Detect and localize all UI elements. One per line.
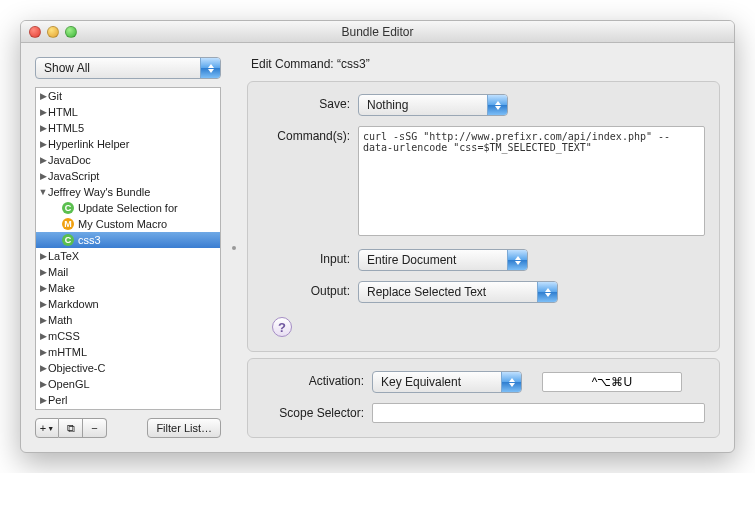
chevron-down-icon: ▼: [47, 425, 54, 432]
window-controls: [21, 26, 77, 38]
disclosure-closed-icon[interactable]: [38, 395, 48, 405]
macro-icon: M: [62, 218, 74, 230]
bundle-editor-window: Bundle Editor Show All GitHTMLHTML5Hyper…: [20, 20, 735, 453]
tree-folder[interactable]: Mail: [36, 264, 220, 280]
editor-heading: Edit Command: “css3”: [247, 57, 720, 71]
content-area: Show All GitHTMLHTML5Hyperlink HelperJav…: [21, 43, 734, 452]
tree-leaf[interactable]: MMy Custom Macro: [36, 216, 220, 232]
tree-item-label: JavaDoc: [48, 154, 91, 166]
tree-action-buttons: +▼ ⧉ −: [35, 418, 107, 438]
input-select[interactable]: Entire Document: [358, 249, 528, 271]
activation-panel: Activation: Key Equivalent Scope Selecto…: [247, 358, 720, 438]
tree-folder[interactable]: mHTML: [36, 344, 220, 360]
remove-button[interactable]: −: [83, 418, 107, 438]
tree-folder[interactable]: Make: [36, 280, 220, 296]
disclosure-closed-icon[interactable]: [38, 347, 48, 357]
titlebar[interactable]: Bundle Editor: [21, 21, 734, 43]
activation-type-select[interactable]: Key Equivalent: [372, 371, 522, 393]
tree-folder[interactable]: mCSS: [36, 328, 220, 344]
commands-label: Command(s):: [262, 126, 358, 143]
tree-folder[interactable]: JavaScript: [36, 168, 220, 184]
disclosure-closed-icon[interactable]: [38, 107, 48, 117]
tree-folder[interactable]: HTML: [36, 104, 220, 120]
tree-leaf[interactable]: Ccss3: [36, 232, 220, 248]
disclosure-closed-icon[interactable]: [38, 363, 48, 373]
tree-leaf[interactable]: CUpdate Selection for: [36, 200, 220, 216]
disclosure-closed-icon[interactable]: [38, 379, 48, 389]
tree-item-label: OpenGL: [48, 378, 90, 390]
disclosure-closed-icon[interactable]: [38, 171, 48, 181]
tree-item-label: HTML: [48, 106, 78, 118]
tree-folder[interactable]: Perl: [36, 392, 220, 408]
disclosure-open-icon[interactable]: [38, 187, 48, 197]
disclosure-closed-icon[interactable]: [38, 155, 48, 165]
key-equivalent-field[interactable]: [542, 372, 682, 392]
tree-item-label: mCSS: [48, 330, 80, 342]
filter-select-value: Show All: [44, 61, 90, 75]
command-settings-panel: Save: Nothing Command(s): Inpu: [247, 81, 720, 352]
filter-select[interactable]: Show All: [35, 57, 221, 79]
drag-handle-icon: [232, 246, 236, 250]
tree-folder[interactable]: Git: [36, 88, 220, 104]
help-button[interactable]: ?: [272, 317, 292, 337]
disclosure-closed-icon[interactable]: [38, 267, 48, 277]
chevron-updown-icon: [200, 58, 220, 78]
tree-folder[interactable]: Markdown: [36, 296, 220, 312]
disclosure-closed-icon[interactable]: [38, 139, 48, 149]
tree-folder[interactable]: Objective-C: [36, 360, 220, 376]
disclosure-closed-icon[interactable]: [38, 299, 48, 309]
save-select[interactable]: Nothing: [358, 94, 508, 116]
tree-folder[interactable]: Hyperlink Helper: [36, 136, 220, 152]
minimize-icon[interactable]: [47, 26, 59, 38]
save-label: Save:: [262, 94, 358, 111]
tree-folder[interactable]: Jeffrey Way's Bundle: [36, 184, 220, 200]
command-icon: C: [62, 234, 74, 246]
tree-item-label: Hyperlink Helper: [48, 138, 129, 150]
tree-item-label: css3: [78, 234, 101, 246]
disclosure-closed-icon[interactable]: [38, 123, 48, 133]
disclosure-closed-icon[interactable]: [38, 283, 48, 293]
tree-item-label: Jeffrey Way's Bundle: [48, 186, 150, 198]
tree-item-label: LaTeX: [48, 250, 79, 262]
tree-folder[interactable]: OpenGL: [36, 376, 220, 392]
duplicate-button[interactable]: ⧉: [59, 418, 83, 438]
tree-folder[interactable]: Math: [36, 312, 220, 328]
scope-label: Scope Selector:: [262, 403, 372, 420]
tree-item-label: mHTML: [48, 346, 87, 358]
chevron-updown-icon: [507, 250, 527, 270]
sidebar-footer: +▼ ⧉ − Filter List…: [35, 418, 221, 438]
command-icon: C: [62, 202, 74, 214]
tree-item-label: Math: [48, 314, 72, 326]
chevron-updown-icon: [501, 372, 521, 392]
activation-label: Activation:: [262, 371, 372, 388]
commands-textarea[interactable]: [358, 126, 705, 236]
tree-folder[interactable]: HTML5: [36, 120, 220, 136]
disclosure-closed-icon[interactable]: [38, 91, 48, 101]
filter-list-button[interactable]: Filter List…: [147, 418, 221, 438]
scope-selector-field[interactable]: [372, 403, 705, 423]
close-icon[interactable]: [29, 26, 41, 38]
tree-item-label: Git: [48, 90, 62, 102]
tree-item-label: HTML5: [48, 122, 84, 134]
bundle-tree[interactable]: GitHTMLHTML5Hyperlink HelperJavaDocJavaS…: [35, 87, 221, 410]
tree-item-label: Mail: [48, 266, 68, 278]
tree-item-label: Markdown: [48, 298, 99, 310]
chevron-updown-icon: [487, 95, 507, 115]
tree-folder[interactable]: JavaDoc: [36, 152, 220, 168]
tree-item-label: Update Selection for: [78, 202, 178, 214]
zoom-icon[interactable]: [65, 26, 77, 38]
pane-divider[interactable]: [231, 57, 237, 438]
editor-panel: Edit Command: “css3” Save: Nothing Comma…: [247, 57, 720, 438]
disclosure-closed-icon[interactable]: [38, 331, 48, 341]
add-button[interactable]: +▼: [35, 418, 59, 438]
window-title: Bundle Editor: [21, 25, 734, 39]
input-label: Input:: [262, 249, 358, 266]
output-label: Output:: [262, 281, 358, 298]
disclosure-closed-icon[interactable]: [38, 251, 48, 261]
tree-item-label: Make: [48, 282, 75, 294]
tree-item-label: My Custom Macro: [78, 218, 167, 230]
chevron-updown-icon: [537, 282, 557, 302]
tree-folder[interactable]: LaTeX: [36, 248, 220, 264]
output-select[interactable]: Replace Selected Text: [358, 281, 558, 303]
disclosure-closed-icon[interactable]: [38, 315, 48, 325]
